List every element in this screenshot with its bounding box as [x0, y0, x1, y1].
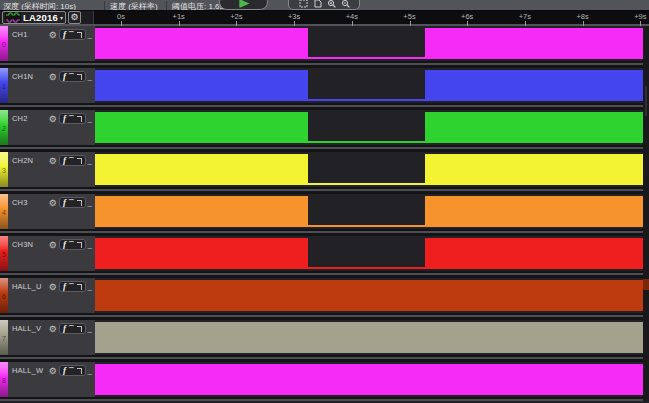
trigger-high-icon[interactable]: ▔	[69, 157, 74, 165]
channel-number: 2	[2, 125, 6, 132]
ruler-tick-label: +7s	[519, 12, 531, 21]
trigger-edge-icon[interactable]	[77, 242, 82, 248]
channel-controls: ⚙ f ▔ _	[49, 197, 92, 208]
trigger-group: f ▔	[59, 239, 86, 250]
vertical-scrollbar[interactable]	[645, 86, 647, 116]
channel-settings-icon[interactable]: ⚙	[49, 324, 57, 334]
channel-settings-icon[interactable]: ⚙	[49, 240, 57, 250]
signal-high-segment	[425, 238, 643, 269]
trigger-edge-icon[interactable]	[77, 200, 82, 206]
channel-settings-icon[interactable]: ⚙	[49, 30, 57, 40]
frequency-icon[interactable]: f	[63, 366, 66, 375]
trigger-edge-icon[interactable]	[77, 32, 82, 38]
row-separator	[0, 271, 649, 278]
trigger-low-icon[interactable]: _	[88, 117, 92, 121]
channel-color-stripe: 3	[0, 152, 8, 188]
trigger-low-icon[interactable]: _	[88, 33, 92, 37]
row-separator	[0, 187, 649, 194]
channel-name: CH2N	[12, 156, 33, 165]
frequency-icon[interactable]: f	[63, 198, 66, 207]
channel-row: 7 HALL_V ⚙ f ▔ _	[0, 320, 649, 362]
channel-settings-icon[interactable]: ⚙	[49, 72, 57, 82]
signal-high-segment	[95, 70, 308, 101]
frequency-icon[interactable]: f	[63, 240, 66, 249]
trigger-high-icon[interactable]: ▔	[69, 31, 74, 39]
channel-color-stripe: 6	[0, 278, 8, 314]
channel-settings-icon[interactable]: ⚙	[49, 282, 57, 292]
trigger-group: f ▔	[59, 281, 86, 292]
zoom-out-icon[interactable]	[341, 0, 350, 8]
signal-low-segment	[308, 141, 425, 143]
trigger-group: f ▔	[59, 197, 86, 208]
selection-icon[interactable]	[299, 0, 308, 8]
trigger-high-icon[interactable]: ▔	[69, 115, 74, 123]
channel-number: 8	[2, 377, 6, 384]
frequency-icon[interactable]: f	[63, 72, 66, 81]
play-icon	[238, 0, 250, 8]
signal-high-segment	[95, 238, 308, 269]
channel-controls: ⚙ f ▔ _	[49, 281, 92, 292]
channel-number: 4	[2, 209, 6, 216]
device-dropdown[interactable]: LA2016 ▾	[2, 11, 66, 24]
time-ruler[interactable]: 0s+1s+2s+3s+4s+5s+6s+7s+8s+9s	[94, 11, 649, 24]
trigger-edge-icon[interactable]	[77, 74, 82, 80]
channel-row: 6 HALL_U ⚙ f ▔ _	[0, 278, 649, 320]
channel-name: CH1	[12, 30, 28, 39]
trigger-high-icon[interactable]: ▔	[69, 199, 74, 207]
trigger-high-icon[interactable]: ▔	[69, 241, 74, 249]
start-capture-button[interactable]	[219, 0, 268, 10]
waveform-lane[interactable]	[95, 362, 643, 401]
channel-settings-icon[interactable]: ⚙	[49, 198, 57, 208]
signal-low-segment	[308, 267, 425, 269]
ruler-tick-label: +1s	[173, 12, 185, 21]
trigger-low-icon[interactable]: _	[88, 75, 92, 79]
trigger-high-icon[interactable]: ▔	[69, 283, 74, 291]
channel-color-stripe: 4	[0, 194, 8, 230]
channel-row: 1 CH1N ⚙ f ▔ _	[0, 68, 649, 110]
frequency-icon[interactable]: f	[63, 114, 66, 123]
trigger-edge-icon[interactable]	[77, 326, 82, 332]
trigger-low-icon[interactable]: _	[88, 285, 92, 289]
frequency-icon[interactable]: f	[63, 282, 66, 291]
top-toolbar: 深度 (采样时间: 10s) 速度 (采样率) 阈值电压: 1.65 V	[0, 0, 649, 11]
trigger-low-icon[interactable]: _	[88, 369, 92, 373]
frequency-icon[interactable]: f	[63, 30, 66, 39]
trigger-edge-icon[interactable]	[77, 368, 82, 374]
signal-low-segment	[308, 183, 425, 185]
channel-settings-icon[interactable]: ⚙	[49, 114, 57, 124]
row-separator	[0, 355, 649, 362]
zoom-in-icon[interactable]	[327, 0, 336, 8]
signal-high-segment	[95, 196, 308, 227]
frequency-icon[interactable]: f	[63, 324, 66, 333]
trigger-edge-icon[interactable]	[77, 284, 82, 290]
trigger-group: f ▔	[59, 365, 86, 376]
trigger-low-icon[interactable]: _	[88, 243, 92, 247]
row-separator	[0, 313, 649, 320]
channel-settings-icon[interactable]: ⚙	[49, 156, 57, 166]
row-separator	[0, 397, 649, 401]
signal-high-segment	[95, 28, 308, 59]
trigger-high-icon[interactable]: ▔	[69, 367, 74, 375]
trigger-edge-icon[interactable]	[77, 116, 82, 122]
trigger-edge-icon[interactable]	[77, 158, 82, 164]
frequency-icon[interactable]: f	[63, 156, 66, 165]
trigger-low-icon[interactable]: _	[88, 159, 92, 163]
logic-analyzer-window: 深度 (采样时间: 10s) 速度 (采样率) 阈值电压: 1.65 V	[0, 0, 649, 403]
trigger-group: f ▔	[59, 71, 86, 82]
channel-row: 0 CH1 ⚙ f ▔ _	[0, 26, 649, 68]
signal-high-segment	[425, 154, 643, 185]
channel-name: HALL_W	[12, 366, 43, 375]
device-settings-button[interactable]: ⚙	[68, 11, 81, 24]
channel-settings-icon[interactable]: ⚙	[49, 366, 57, 376]
ruler-tick-label: +9s	[634, 12, 646, 21]
trigger-high-icon[interactable]: ▔	[69, 73, 74, 81]
channel-controls: ⚙ f ▔ _	[49, 71, 92, 82]
signal-low-segment	[308, 99, 425, 101]
trigger-low-icon[interactable]: _	[88, 327, 92, 331]
ruler-tick-label: +8s	[576, 12, 588, 21]
ruler-tick-label: +2s	[230, 12, 242, 21]
trigger-high-icon[interactable]: ▔	[69, 325, 74, 333]
export-page-icon[interactable]	[313, 0, 322, 8]
trigger-low-icon[interactable]: _	[88, 201, 92, 205]
channel-header[interactable]: 8 HALL_W ⚙ f ▔ _	[0, 362, 95, 401]
